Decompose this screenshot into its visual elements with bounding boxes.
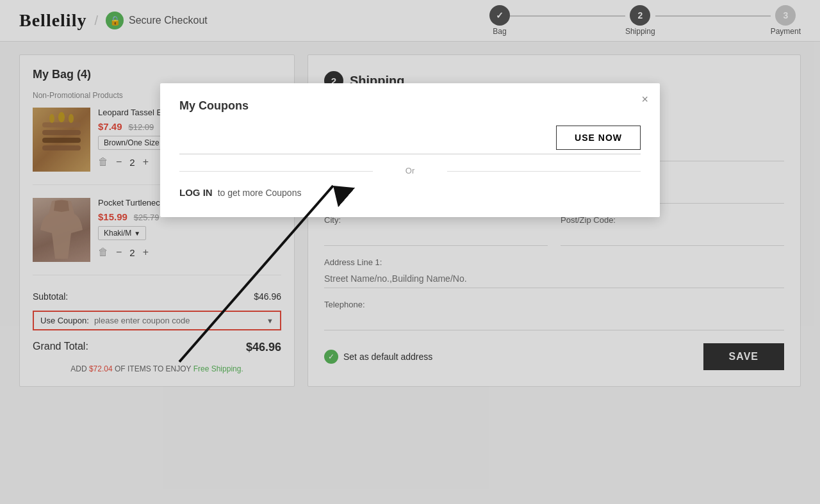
modal-login-row: LOG IN to get more Coupons xyxy=(179,187,641,198)
modal-title: My Coupons xyxy=(179,99,641,113)
modal-close-button[interactable]: × xyxy=(641,93,648,106)
coupon-code-input[interactable] xyxy=(179,130,556,145)
coupon-input-row: USE NOW xyxy=(179,126,641,154)
modal-or-divider: Or xyxy=(179,166,641,175)
login-suffix: to get more Coupons xyxy=(218,188,302,198)
modal-overlay: My Coupons × USE NOW Or LOG IN to get mo… xyxy=(0,0,820,400)
coupon-modal: My Coupons × USE NOW Or LOG IN to get mo… xyxy=(160,83,660,217)
use-now-button[interactable]: USE NOW xyxy=(556,126,641,150)
login-link[interactable]: LOG IN xyxy=(179,187,213,198)
